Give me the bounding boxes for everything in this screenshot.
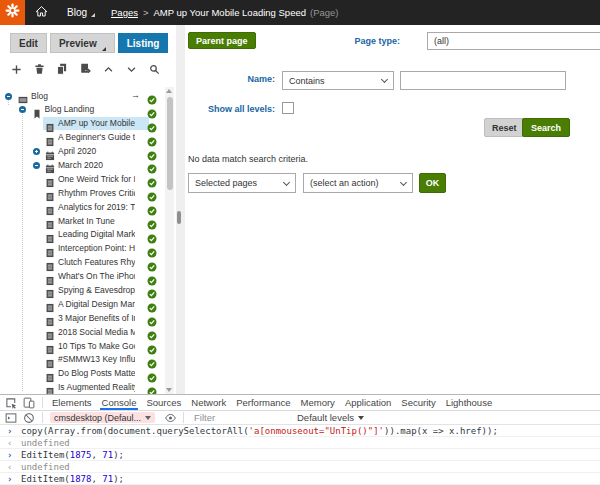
tree-item[interactable]: Interception Point: How To bbox=[0, 242, 165, 256]
console-text: EditItem(1875, 71); bbox=[21, 450, 124, 460]
devtools-tab-lighthouse[interactable]: Lighthouse bbox=[441, 395, 497, 410]
tree-item[interactable]: Blog Landing bbox=[0, 103, 165, 117]
tree-item[interactable]: April 2020 bbox=[0, 145, 165, 159]
scope-select[interactable]: Selected pages bbox=[188, 173, 296, 193]
tree-item[interactable]: Analytics for 2019: The Ingr bbox=[0, 200, 165, 214]
name-input[interactable] bbox=[400, 71, 566, 90]
devtools-tab-performance[interactable]: Performance bbox=[231, 395, 295, 410]
tree-item[interactable]: Blog→ bbox=[0, 89, 165, 103]
devtools-tab-network[interactable]: Network bbox=[186, 395, 231, 410]
console-text: undefined bbox=[21, 462, 70, 472]
devtools-tab-console[interactable]: Console bbox=[97, 395, 142, 410]
page-type-select[interactable]: (all) bbox=[427, 32, 600, 50]
tree-item[interactable]: Is Augmented Reality The F bbox=[0, 381, 165, 394]
chevron-down-icon[interactable] bbox=[124, 62, 138, 76]
tree-item-label: Leading Digital Marketing S bbox=[58, 229, 135, 240]
tree-item[interactable]: Do Blog Posts Matter? bbox=[0, 367, 165, 381]
tree-page-icon bbox=[45, 313, 55, 323]
console-context-select[interactable]: cmsdesktop (Defaul... bbox=[50, 412, 155, 423]
tree-item[interactable]: AMP up Your Mobile Loadin bbox=[0, 117, 165, 131]
live-expression-eye-icon[interactable] bbox=[161, 410, 179, 425]
pane-splitter[interactable] bbox=[176, 25, 185, 394]
tab-preview[interactable]: Preview bbox=[50, 33, 115, 53]
page-type-suffix: (Page) bbox=[310, 7, 339, 18]
inspect-icon[interactable] bbox=[2, 395, 20, 410]
tab-listing[interactable]: Listing bbox=[118, 33, 169, 53]
expand-icon[interactable] bbox=[33, 148, 40, 155]
show-all-levels-checkbox[interactable] bbox=[282, 102, 294, 114]
devtools-tab-security[interactable]: Security bbox=[396, 395, 440, 410]
devtools-tab-memory[interactable]: Memory bbox=[296, 395, 340, 410]
tab-edit[interactable]: Edit bbox=[10, 33, 47, 53]
breadcrumb-pages-link[interactable]: Pages bbox=[111, 7, 138, 18]
tree-item-label: Market In Tune bbox=[58, 216, 135, 227]
devtools-tab-elements[interactable]: Elements bbox=[47, 395, 97, 410]
no-data-message: No data match search criteria. bbox=[188, 154, 308, 164]
copy-icon[interactable] bbox=[55, 62, 69, 76]
reset-button[interactable]: Reset bbox=[484, 118, 525, 137]
tree-item[interactable]: Market In Tune bbox=[0, 214, 165, 228]
tree-item[interactable]: 3 Major Benefits of Investin bbox=[0, 311, 165, 325]
published-check-icon bbox=[147, 313, 157, 323]
tree-item[interactable]: #SMMW13 Key Influencers bbox=[0, 353, 165, 367]
devtools-tab-application[interactable]: Application bbox=[340, 395, 396, 410]
action-select[interactable]: (select an action) bbox=[303, 173, 413, 193]
tree-item[interactable]: Spying & Eavesdropping: W bbox=[0, 283, 165, 297]
search-button[interactable]: Search bbox=[522, 118, 570, 137]
scroll-down-icon[interactable] bbox=[166, 388, 172, 392]
plus-icon[interactable] bbox=[9, 62, 23, 76]
tree-item[interactable]: 2018 Social Media Marketin bbox=[0, 325, 165, 339]
tree-item[interactable]: One Weird Trick for Improv bbox=[0, 172, 165, 186]
name-operator-select[interactable]: Contains bbox=[282, 71, 394, 90]
console-log: ›copy(Array.from(document.querySelectorA… bbox=[0, 425, 600, 485]
console-command: ›EditItem(1875, 71); bbox=[0, 449, 600, 461]
home-button[interactable] bbox=[25, 0, 57, 25]
tree-calendar-icon bbox=[45, 147, 55, 157]
splitter-grip[interactable] bbox=[177, 211, 181, 224]
tree-item[interactable]: A Digital Design Manifesto bbox=[0, 297, 165, 311]
tree-item-label: Blog Landing bbox=[45, 104, 136, 115]
kentico-logo[interactable] bbox=[0, 0, 25, 25]
published-check-icon bbox=[147, 174, 157, 184]
published-check-icon bbox=[147, 369, 157, 379]
tree-item-label: Do Blog Posts Matter? bbox=[58, 368, 135, 379]
parent-page-button[interactable]: Parent page bbox=[188, 32, 256, 49]
tree-item[interactable]: Leading Digital Marketing S bbox=[0, 228, 165, 242]
tree-item[interactable]: March 2020 bbox=[0, 158, 165, 172]
devtools-tabs: ElementsConsoleSourcesNetworkPerformance… bbox=[47, 395, 497, 410]
content-tree: Blog→Blog LandingAMP up Your Mobile Load… bbox=[0, 89, 165, 394]
tree-item-label: One Weird Trick for Improv bbox=[58, 174, 135, 185]
menu-corner-icon bbox=[91, 13, 95, 17]
tree-landing-icon bbox=[32, 105, 42, 115]
device-toolbar-icon[interactable] bbox=[20, 395, 38, 410]
tree-item[interactable]: 10 Tips To Make Google Go bbox=[0, 339, 165, 353]
tree-item[interactable]: Clutch Features Rhythm Ag bbox=[0, 256, 165, 270]
collapse-icon[interactable] bbox=[33, 162, 40, 169]
chevron-up-icon[interactable] bbox=[101, 62, 115, 76]
log-levels-select[interactable]: Default levels bbox=[297, 412, 364, 423]
collapse-icon[interactable] bbox=[5, 93, 12, 100]
console-sidebar-icon[interactable] bbox=[2, 410, 20, 425]
console-text: EditItem(1878, 71); bbox=[21, 474, 124, 484]
trash-icon[interactable] bbox=[32, 62, 46, 76]
app-menu-blog[interactable]: Blog bbox=[67, 0, 95, 25]
tree-item[interactable]: Rhythm Proves Critical to S bbox=[0, 186, 165, 200]
devtools-tab-sources[interactable]: Sources bbox=[141, 395, 186, 410]
console-filter-input[interactable] bbox=[192, 412, 312, 424]
tree-item[interactable]: What's On The iPhone of a bbox=[0, 270, 165, 284]
tree-page-icon bbox=[45, 299, 55, 309]
ok-button[interactable]: OK bbox=[419, 173, 446, 193]
tree-scrollbar[interactable] bbox=[165, 87, 174, 394]
search-icon[interactable] bbox=[147, 62, 161, 76]
move-page-icon[interactable] bbox=[78, 62, 92, 76]
console-toolbar: cmsdesktop (Defaul... Default levels bbox=[0, 411, 600, 425]
tree-page-icon bbox=[45, 258, 55, 268]
scrollbar-thumb[interactable] bbox=[167, 97, 173, 190]
devtools-panel: ElementsConsoleSourcesNetworkPerformance… bbox=[0, 394, 600, 485]
scroll-up-icon[interactable] bbox=[166, 89, 172, 93]
collapse-icon[interactable] bbox=[19, 106, 26, 113]
divider bbox=[183, 412, 184, 423]
tree-page-icon bbox=[45, 285, 55, 295]
tree-item[interactable]: A Beginner's Guide to Alexa bbox=[0, 131, 165, 145]
clear-console-icon[interactable] bbox=[20, 410, 38, 425]
